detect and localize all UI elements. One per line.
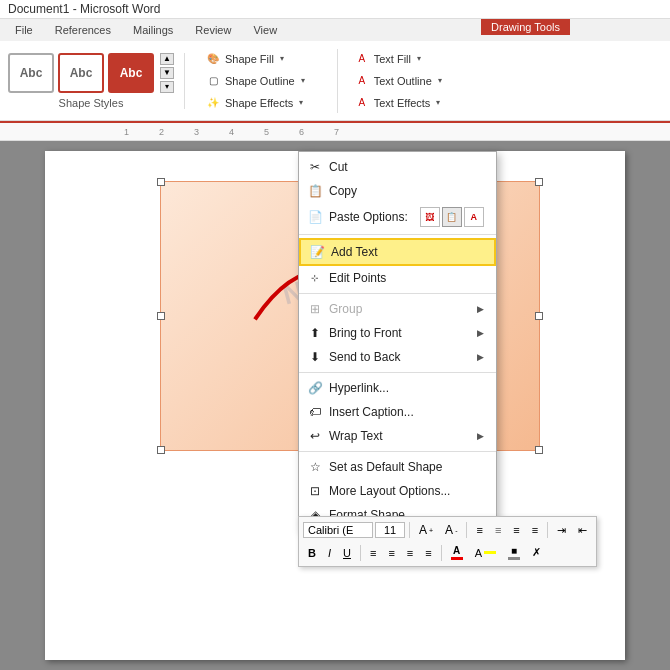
shape-scroll-down[interactable]: ▼: [160, 67, 174, 79]
text-outline-arrow: ▾: [438, 76, 442, 85]
title-text: Document1 - Microsoft Word: [8, 2, 161, 16]
ctx-insert-caption[interactable]: 🏷 Insert Caption...: [299, 400, 496, 424]
edit-points-icon: ⊹: [307, 270, 323, 286]
mt-bold-btn[interactable]: B: [303, 544, 321, 562]
paste-icons: 🖼 📋 A: [420, 207, 484, 227]
font-color-bar: [451, 557, 463, 560]
shape-scroll-more[interactable]: ▾: [160, 81, 174, 93]
mt-justify2-btn[interactable]: ≡: [420, 544, 436, 562]
font-name-input[interactable]: Calibri (E: [303, 522, 373, 538]
shape-previews: Abc Abc Abc ▲ ▼ ▾: [8, 53, 174, 93]
wrap-text-arrow: ▶: [477, 431, 484, 441]
text-fill-icon: A: [354, 51, 370, 67]
ctx-paste-options[interactable]: 📄 Paste Options: 🖼 📋 A: [299, 203, 496, 231]
shape-outline-btn[interactable]: ▢ Shape Outline ▾: [199, 71, 311, 91]
text-effects-btn[interactable]: A Text Effects ▾: [348, 93, 448, 113]
mt-grow-btn[interactable]: A+: [414, 520, 438, 540]
text-effects-icon: A: [354, 95, 370, 111]
mt-sep-3: [547, 522, 548, 538]
shape-styles-section: Abc Abc Abc ▲ ▼ ▾ Shape Styles: [8, 53, 185, 109]
tab-view[interactable]: View: [242, 19, 288, 41]
shape-fill-btn[interactable]: 🎨 Shape Fill ▾: [199, 49, 311, 69]
mt-align-right-btn[interactable]: ≡: [508, 521, 524, 539]
mt-align-center2-btn[interactable]: ≡: [383, 544, 399, 562]
mt-highlight-btn[interactable]: A: [470, 544, 501, 562]
bring-front-icon: ⬆: [307, 325, 323, 341]
handle-tr[interactable]: [535, 178, 543, 186]
wrap-text-icon: ↩: [307, 428, 323, 444]
ctx-wrap-text[interactable]: ↩ Wrap Text ▶: [299, 424, 496, 448]
mt-align-left-btn[interactable]: ≡: [471, 521, 487, 539]
separator-4: [299, 451, 496, 452]
text-outline-btn[interactable]: A Text Outline ▾: [348, 71, 448, 91]
shape-section-label: Shape Styles: [59, 97, 124, 109]
shape-fill-arrow: ▾: [280, 54, 284, 63]
tab-review[interactable]: Review: [184, 19, 242, 41]
mt-indent-btn[interactable]: ⇥: [552, 521, 571, 540]
ctx-more-layout[interactable]: ⊡ More Layout Options...: [299, 479, 496, 503]
mt-align-left2-btn[interactable]: ≡: [365, 544, 381, 562]
ribbon-text-section: A Text Fill ▾ A Text Outline ▾ A Text Ef…: [337, 49, 448, 113]
text-fill-arrow: ▾: [417, 54, 421, 63]
title-bar: Document1 - Microsoft Word: [0, 0, 670, 19]
paste-icon-3[interactable]: A: [464, 207, 484, 227]
handle-mr[interactable]: [535, 312, 543, 320]
add-text-icon: 📝: [309, 244, 325, 260]
shape-effects-icon: ✨: [205, 95, 221, 111]
copy-icon: 📋: [307, 183, 323, 199]
send-back-icon: ⬇: [307, 349, 323, 365]
tab-references[interactable]: References: [44, 19, 122, 41]
shape-preview-2[interactable]: Abc: [58, 53, 104, 93]
mt-align-center-btn[interactable]: ≡: [490, 521, 506, 539]
mt-eraser-btn[interactable]: ✗: [527, 543, 546, 562]
shape-outline-icon: ▢: [205, 73, 221, 89]
shade-bar: [508, 557, 520, 560]
shape-scroll-up[interactable]: ▲: [160, 53, 174, 65]
handle-ml[interactable]: [157, 312, 165, 320]
mt-shrink-btn[interactable]: A-: [440, 520, 462, 540]
ctx-edit-points[interactable]: ⊹ Edit Points: [299, 266, 496, 290]
context-menu: ✂ Cut 📋 Copy 📄 Paste Options: 🖼 📋 A: [298, 151, 497, 531]
ctx-copy[interactable]: 📋 Copy: [299, 179, 496, 203]
font-size-input[interactable]: 11: [375, 522, 405, 538]
mt-sep-1: [409, 522, 410, 538]
text-fill-btn[interactable]: A Text Fill ▾: [348, 49, 448, 69]
shape-fill-icon: 🎨: [205, 51, 221, 67]
mt-sep-2: [466, 522, 467, 538]
caption-icon: 🏷: [307, 404, 323, 420]
ctx-cut[interactable]: ✂ Cut: [299, 155, 496, 179]
tab-mailings[interactable]: Mailings: [122, 19, 184, 41]
shape-outline-arrow: ▾: [301, 76, 305, 85]
mt-shade-btn[interactable]: ■: [503, 542, 525, 563]
handle-bl[interactable]: [157, 446, 165, 454]
shape-preview-1[interactable]: Abc: [8, 53, 54, 93]
mt-underline-btn[interactable]: U: [338, 544, 356, 562]
ctx-group[interactable]: ⊞ Group ▶: [299, 297, 496, 321]
ctx-set-default[interactable]: ☆ Set as Default Shape: [299, 455, 496, 479]
paste-icon-1[interactable]: 🖼: [420, 207, 440, 227]
mt-justify-btn[interactable]: ≡: [527, 521, 543, 539]
handle-br[interactable]: [535, 446, 543, 454]
shape-effects-btn[interactable]: ✨ Shape Effects ▾: [199, 93, 311, 113]
ruler: 1 2 3 4 5 6 7: [0, 123, 670, 141]
app-window: Document1 - Microsoft Word Drawing Tools…: [0, 0, 670, 670]
shape-preview-3[interactable]: Abc: [108, 53, 154, 93]
document-area: NESABA MEDIA.COM: [0, 141, 670, 670]
mt-italic-btn[interactable]: I: [323, 544, 336, 562]
tab-file[interactable]: File: [4, 19, 44, 41]
ctx-bring-front[interactable]: ⬆ Bring to Front ▶: [299, 321, 496, 345]
ctx-add-text[interactable]: 📝 Add Text: [299, 238, 496, 266]
ctx-hyperlink[interactable]: 🔗 Hyperlink...: [299, 376, 496, 400]
paste-icon-2[interactable]: 📋: [442, 207, 462, 227]
mini-toolbar: Calibri (E 11 A+ A- ≡ ≡ ≡ ≡ ⇥ ⇤ B I U ≡: [298, 516, 597, 567]
handle-tl[interactable]: [157, 178, 165, 186]
ctx-send-back[interactable]: ⬇ Send to Back ▶: [299, 345, 496, 369]
mt-font-color-btn[interactable]: A: [446, 542, 468, 563]
hyperlink-icon: 🔗: [307, 380, 323, 396]
separator-1: [299, 234, 496, 235]
separator-3: [299, 372, 496, 373]
mt-align-right2-btn[interactable]: ≡: [402, 544, 418, 562]
text-effects-arrow: ▾: [436, 98, 440, 107]
mt-outdent-btn[interactable]: ⇤: [573, 521, 592, 540]
cut-icon: ✂: [307, 159, 323, 175]
